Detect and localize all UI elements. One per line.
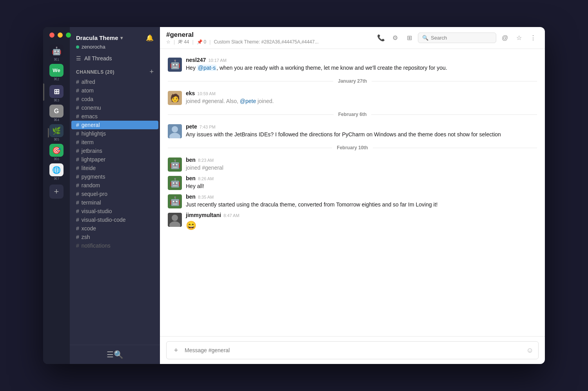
- workspace-item-5[interactable]: 🌿 ⌘5: [48, 124, 65, 141]
- channel-item-liteide[interactable]: # liteide: [71, 164, 158, 172]
- close-dot[interactable]: [49, 33, 54, 38]
- emoji-button[interactable]: ☺: [526, 346, 534, 355]
- hash-icon: #: [76, 225, 79, 232]
- search-input[interactable]: [431, 35, 492, 41]
- star-icon[interactable]: ☆: [166, 39, 171, 45]
- message-input[interactable]: [185, 347, 523, 353]
- channel-item-visual-studio[interactable]: # visual-studio: [71, 207, 158, 215]
- minimize-dot[interactable]: [58, 33, 63, 38]
- channel-title-area: #general ☆ | 44 | 📌 0: [166, 31, 372, 45]
- layout-button[interactable]: ⊞: [404, 33, 415, 43]
- threads-icon: ☰: [76, 55, 81, 62]
- workspace-item-2[interactable]: We ⌘2: [48, 64, 65, 81]
- message-content: nesl247 10:17 AM Hey @pat-s, when you ar…: [186, 57, 537, 72]
- channel-item-xcode[interactable]: # xcode: [71, 224, 158, 233]
- msg-username: eks: [186, 90, 195, 96]
- channel-item-emacs[interactable]: # emacs: [71, 112, 158, 121]
- channel-item-random[interactable]: # random: [71, 181, 158, 190]
- messages-area: 🤖 nesl247 10:17 AM Hey @pat-s, when you …: [160, 49, 545, 336]
- add-channel-button[interactable]: +: [149, 68, 154, 76]
- all-threads-item[interactable]: ☰ All Threads: [70, 53, 160, 64]
- all-threads-label: All Threads: [84, 55, 112, 62]
- channel-item-atom[interactable]: # atom: [71, 86, 158, 95]
- channel-item-highlightjs[interactable]: # highlightjs: [71, 129, 158, 138]
- message-header: ben 8:23 AM: [186, 157, 537, 163]
- channel-item-general[interactable]: # general: [71, 121, 158, 129]
- hash-icon: #: [76, 105, 79, 111]
- msg-text: joined #general: [186, 164, 537, 172]
- msg-text: 😄: [186, 219, 537, 232]
- phone-button[interactable]: 📞: [376, 33, 387, 43]
- avatar: 🤖: [168, 58, 182, 72]
- channel-item-notifications[interactable]: # notifications: [71, 241, 158, 250]
- workspace-shortcut-7: ⌘7: [54, 177, 59, 181]
- message-content: ben 8:23 AM joined #general: [186, 157, 537, 172]
- channel-item-jetbrains[interactable]: # jetbrains: [71, 147, 158, 155]
- msg-username: nesl247: [186, 57, 206, 63]
- message-row: 🤖 ben 8:26 AM Hey all!: [160, 174, 545, 192]
- date-label: January 27th: [338, 78, 367, 84]
- compose-icon[interactable]: ☰🔍: [107, 350, 123, 359]
- channel-item-iterm[interactable]: # iterm: [71, 138, 158, 147]
- channel-list: # alfred # atom # coda # conemu # emacs …: [70, 78, 160, 345]
- channel-item-sequel-pro[interactable]: # sequel-pro: [71, 190, 158, 198]
- message-row: jimmymultani 8:47 AM 😄: [160, 210, 545, 234]
- workspace-item-7[interactable]: 🌐 ⌘7: [48, 163, 65, 181]
- settings-button[interactable]: ⚙: [390, 33, 401, 43]
- msg-text: Any issues with the JetBrains IDEs? I fo…: [186, 130, 537, 139]
- msg-time: 8:23 AM: [198, 158, 214, 163]
- svg-point-6: [172, 215, 178, 221]
- hash-icon: #: [76, 199, 79, 206]
- bell-icon[interactable]: 🔔: [146, 34, 154, 42]
- workspace-item-1[interactable]: 🤖 ⌘1: [48, 44, 65, 62]
- message-row: 🧑 eks 10:59 AM joined #general. Also, @p…: [160, 89, 545, 107]
- channel-theme-text: Custom Slack Theme: #282A36,#44475A,#444…: [214, 39, 318, 45]
- message-header: ben 8:26 AM: [186, 175, 537, 181]
- message-header: pete 7:43 PM: [186, 123, 537, 130]
- channel-item-terminal[interactable]: # terminal: [71, 198, 158, 207]
- maximize-dot[interactable]: [66, 33, 71, 38]
- date-line: [371, 114, 537, 115]
- hash-icon: #: [76, 243, 79, 249]
- channel-item-lightpaper[interactable]: # lightpaper: [71, 155, 158, 164]
- date-line: [168, 81, 333, 81]
- hash-icon: #: [76, 217, 79, 223]
- message-content: pete 7:43 PM Any issues with the JetBrai…: [186, 123, 537, 139]
- hash-icon: #: [76, 130, 79, 137]
- message-add-button[interactable]: +: [171, 346, 181, 355]
- workspace-item-4[interactable]: G ⌘4: [48, 105, 65, 122]
- msg-username: jimmymultani: [186, 212, 221, 218]
- channel-item-zsh[interactable]: # zsh: [71, 233, 158, 241]
- date-label: February 10th: [337, 145, 368, 150]
- date-line: [372, 81, 537, 81]
- hash-icon: #: [76, 165, 79, 171]
- user-status: zenorocha: [70, 43, 160, 53]
- avatar-placeholder: 🤖: [168, 194, 182, 208]
- channel-item-visual-studio-code[interactable]: # visual-studio-code: [71, 215, 158, 224]
- channel-item-pygments[interactable]: # pygments: [71, 172, 158, 181]
- add-workspace-button[interactable]: +: [49, 185, 64, 199]
- workspace-shortcut-1: ⌘1: [54, 58, 59, 62]
- at-button[interactable]: @: [499, 33, 510, 43]
- workspace-name[interactable]: Dracula Theme ▾: [76, 34, 123, 41]
- avatar-placeholder: 🤖: [168, 58, 182, 72]
- channel-item-conemu[interactable]: # conemu: [71, 103, 158, 112]
- hash-icon: #: [76, 148, 79, 154]
- avatar: 🧑: [168, 91, 182, 105]
- more-button[interactable]: ⋮: [528, 33, 539, 43]
- workspace-item-6[interactable]: 🎯 ⌘6: [48, 144, 65, 161]
- workspace-item-3[interactable]: ⊞ ⌘3: [48, 85, 65, 102]
- chevron-down-icon: ▾: [120, 35, 123, 41]
- msg-time: 8:26 AM: [198, 176, 214, 181]
- star-button[interactable]: ☆: [514, 33, 524, 43]
- members-count: 44: [178, 39, 189, 45]
- channel-item-alfred[interactable]: # alfred: [71, 78, 158, 86]
- workspace-sidebar: 🤖 ⌘1 We ⌘2 ⊞ ⌘3 G ⌘4 🌿 ⌘5 🎯: [43, 27, 70, 364]
- avatar: 🤖: [168, 194, 182, 208]
- msg-username: ben: [186, 175, 196, 181]
- avatar-placeholder: [168, 213, 182, 227]
- channel-item-coda[interactable]: # coda: [71, 95, 158, 103]
- message-header: jimmymultani 8:47 AM: [186, 212, 537, 218]
- message-content: ben 8:35 AM Just recently started using …: [186, 194, 537, 209]
- channel-sidebar: Dracula Theme ▾ 🔔 zenorocha ☰ All Thread…: [70, 27, 160, 364]
